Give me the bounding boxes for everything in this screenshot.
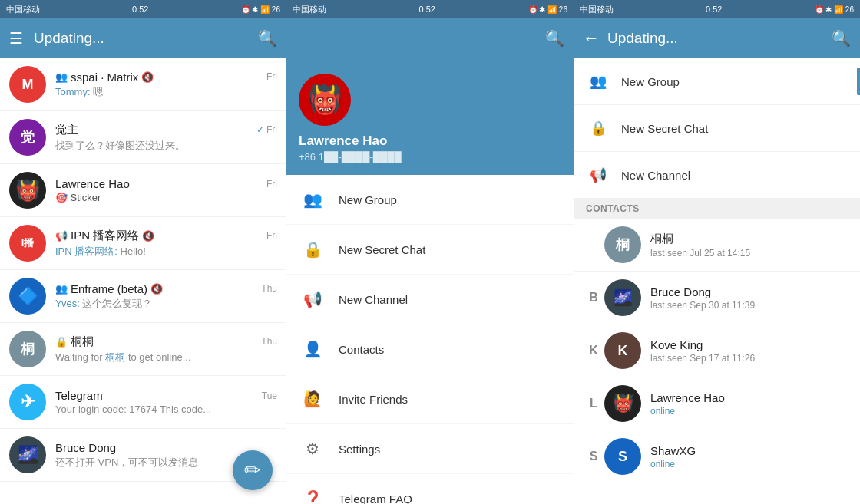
chat-preview-sspai: Tommy: 嗯 xyxy=(55,85,277,99)
new-channel-icon: 📢 xyxy=(299,285,326,313)
right-menu-new-secret[interactable]: 🔒 New Secret Chat xyxy=(574,105,860,152)
contact-letter-shawxg: S xyxy=(583,450,604,463)
status-icons-3: ⏰ ✱ 📶 26 xyxy=(815,5,854,14)
contact-letter-kove: K xyxy=(583,344,604,357)
drawer-label-contacts: Contacts xyxy=(339,343,384,356)
chat-name-bruce: Bruce Dong xyxy=(55,441,116,454)
rm-new-channel-icon: 📢 xyxy=(586,163,610,187)
drawer-item-new-channel[interactable]: 📢 New Channel xyxy=(286,275,574,324)
compose-fab[interactable]: ✏ xyxy=(233,450,273,490)
mute-icon-enframe: 🔇 xyxy=(150,283,163,295)
chat-content-lawrence: Lawrence Hao Fri 🎯 Sticker xyxy=(55,177,277,203)
contact-item-lawrence[interactable]: L 👹 Lawrence Hao online xyxy=(574,377,860,430)
chat-item-enframe[interactable]: 🔷 👥 Enframe (beta) 🔇 Thu Yves: 这个怎么复现？ xyxy=(0,270,286,323)
contact-info-tongtong: 桐桐 last seen Jul 25 at 14:15 xyxy=(650,232,851,259)
status-bar-1: 中国移动 0:52 ⏰ ✱ 📶 26 xyxy=(0,0,286,18)
right-menu-new-channel[interactable]: 📢 New Channel xyxy=(574,152,860,199)
contacts-icon: 👤 xyxy=(299,335,326,363)
drawer-label-new-secret: New Secret Chat xyxy=(339,243,425,256)
contact-name-tongtong: 桐桐 xyxy=(650,232,851,246)
status-icons-1: ⏰ ✱ 📶 26 xyxy=(241,5,280,14)
contact-item-bruce[interactable]: B 🌌 Bruce Dong last seen Sep 30 at 11:39 xyxy=(574,272,860,324)
chat-content-ipn: 📢 IPN 播客网络 🔇 Fri IPN 播客网络: Hello! xyxy=(55,229,277,259)
settings-icon: ⚙ xyxy=(299,435,326,463)
drawer-item-new-group[interactable]: 👥 New Group xyxy=(286,175,574,225)
drawer-header: 🔍 👹 Lawrence Hao +86 1██-████-████ xyxy=(286,18,574,175)
carrier-2: 中国移动 xyxy=(293,4,326,15)
drawer-profile: 👹 Lawrence Hao +86 1██-████-████ xyxy=(286,58,574,175)
drawer-item-settings[interactable]: ⚙ Settings xyxy=(286,424,574,474)
chat-item-tongtong[interactable]: 桐 🔒 桐桐 Thu Waiting for 桐桐 to get online.… xyxy=(0,323,286,376)
chat-content-juezhu: 觉主 ✓ Fri 找到了么？好像图还没过来。 xyxy=(55,123,277,153)
status-bar-2: 中国移动 0:52 ⏰ ✱ 📶 26 xyxy=(286,0,574,18)
panel-contacts: 中国移动 0:52 ⏰ ✱ 📶 26 ← Updating... 🔍 👥 New… xyxy=(574,0,860,504)
chat-item-sspai[interactable]: M 👥 sspai · Matrix 🔇 Fri Tommy: 嗯 xyxy=(0,58,286,111)
back-icon[interactable]: ← xyxy=(583,28,600,48)
chat-item-ipn[interactable]: I播 📢 IPN 播客网络 🔇 Fri IPN 播客网络: Hello! xyxy=(0,217,286,270)
contact-item-tongtong[interactable]: 桐 桐桐 last seen Jul 25 at 14:15 xyxy=(574,219,860,272)
chat-item-telegram[interactable]: ✈ Telegram Tue Your login code: 17674 Th… xyxy=(0,376,286,429)
avatar-lawrence: 👹 xyxy=(9,172,46,209)
mute-icon-ipn: 🔇 xyxy=(142,230,154,242)
chat-preview-enframe: Yves: 这个怎么复现？ xyxy=(55,297,277,311)
avatar-ipn: I播 xyxy=(9,225,46,262)
contact-item-kove[interactable]: K K Kove King last seen Sep 17 at 11:26 xyxy=(574,324,860,377)
drawer-app-bar: 🔍 xyxy=(286,18,574,58)
avatar-juezhu: 觉 xyxy=(9,119,46,156)
active-indicator xyxy=(857,68,860,95)
chat-list: M 👥 sspai · Matrix 🔇 Fri Tommy: 嗯 觉 xyxy=(0,58,286,504)
contact-status-bruce: last seen Sep 30 at 11:39 xyxy=(650,300,851,311)
check-icon-juezhu: ✓ xyxy=(256,124,264,135)
contact-avatar-bruce: 🌌 xyxy=(604,279,641,316)
right-menu-new-group[interactable]: 👥 New Group xyxy=(574,58,860,105)
drawer-label-new-channel: New Channel xyxy=(339,293,408,306)
contact-name-shawxg: ShawXG xyxy=(650,444,851,457)
invite-icon: 🙋 xyxy=(299,385,326,413)
avatar-telegram: ✈ xyxy=(9,384,46,420)
avatar-sspai: M xyxy=(9,66,46,103)
status-icons-2: ⏰ ✱ 📶 26 xyxy=(528,5,567,14)
search-icon-2[interactable]: 🔍 xyxy=(545,29,564,48)
avatar-bruce: 🌌 xyxy=(9,436,46,473)
drawer-phone: +86 1██-████-████ xyxy=(299,151,402,163)
contact-status-shawxg: online xyxy=(650,459,851,469)
contact-name-lawrence: Lawrence Hao xyxy=(650,391,851,404)
chat-preview-lawrence: 🎯 Sticker xyxy=(55,192,277,203)
chat-content-telegram: Telegram Tue Your login code: 17674 This… xyxy=(55,389,277,415)
time-2: 0:52 xyxy=(419,5,435,14)
contact-avatar-shawxg: S xyxy=(604,438,641,475)
chat-time-lawrence: Fri xyxy=(266,179,277,189)
search-icon-1[interactable]: 🔍 xyxy=(258,29,277,48)
carrier-3: 中国移动 xyxy=(580,4,614,15)
new-secret-icon: 🔒 xyxy=(299,236,326,263)
drawer-menu: 👥 New Group 🔒 New Secret Chat 📢 New Chan… xyxy=(286,175,574,504)
contacts-section-header: CONTACTS xyxy=(574,199,860,219)
hamburger-icon[interactable]: ☰ xyxy=(9,29,23,48)
time-1: 0:52 xyxy=(132,5,148,14)
drawer-avatar: 👹 xyxy=(299,74,351,126)
contact-letter-bruce: B xyxy=(583,291,604,305)
contact-name-kove: Kove King xyxy=(650,338,851,351)
contact-info-bruce: Bruce Dong last seen Sep 30 at 11:39 xyxy=(650,285,851,311)
search-icon-3[interactable]: 🔍 xyxy=(832,29,851,48)
chat-time-juezhu: ✓ Fri xyxy=(256,124,277,135)
contact-item-shawxg[interactable]: S S ShawXG online xyxy=(574,430,860,483)
chat-time-sspai: Fri xyxy=(266,71,277,82)
carrier-1: 中国移动 xyxy=(6,4,40,15)
mute-icon-sspai: 🔇 xyxy=(141,71,154,83)
drawer-label-settings: Settings xyxy=(339,443,380,456)
contact-info-kove: Kove King last seen Sep 17 at 11:26 xyxy=(650,338,851,364)
new-group-icon: 👥 xyxy=(299,186,326,213)
chat-item-juezhu[interactable]: 觉 觉主 ✓ Fri 找到了么？好像图还没过来。 xyxy=(0,111,286,164)
chat-name-enframe: Enframe (beta) xyxy=(71,282,147,295)
chat-preview-juezhu: 找到了么？好像图还没过来。 xyxy=(55,139,277,153)
drawer-name: Lawrence Hao xyxy=(299,133,387,149)
chat-item-lawrence[interactable]: 👹 Lawrence Hao Fri 🎯 Sticker xyxy=(0,164,286,217)
drawer-item-contacts[interactable]: 👤 Contacts xyxy=(286,324,574,374)
contacts-list: 👥 New Group 🔒 New Secret Chat 📢 New Chan… xyxy=(574,58,860,504)
drawer-item-new-secret-chat[interactable]: 🔒 New Secret Chat xyxy=(286,225,574,275)
chat-name-lawrence: Lawrence Hao xyxy=(55,177,130,190)
rm-new-group-label: New Group xyxy=(621,75,680,88)
drawer-item-faq[interactable]: ❓ Telegram FAQ xyxy=(286,474,574,504)
drawer-item-invite[interactable]: 🙋 Invite Friends xyxy=(286,374,574,424)
